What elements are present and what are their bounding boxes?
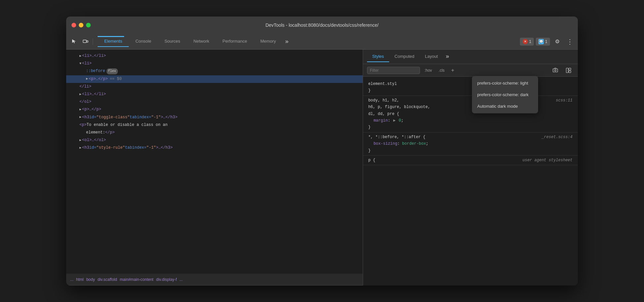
svg-point-3	[555, 69, 556, 71]
dom-line[interactable]: ▶ <p>…</p> == $0	[66, 75, 363, 83]
arrow-icon: ▶	[86, 76, 88, 82]
dom-line[interactable]: </ol>	[66, 98, 363, 106]
error-count: 1	[529, 39, 531, 44]
tab-network[interactable]: Network	[187, 36, 216, 47]
device-icon[interactable]	[80, 36, 91, 47]
dom-line[interactable]: </li>	[66, 83, 363, 91]
panel-tabs: Styles Computed Layout »	[363, 50, 578, 64]
arrow-icon: ▼	[79, 61, 81, 66]
arrow-icon: ▶	[79, 115, 81, 120]
tab-memory[interactable]: Memory	[254, 36, 283, 47]
dom-line[interactable]: ▼ <li>	[66, 60, 363, 67]
breadcrumb-body[interactable]: body	[86, 277, 95, 282]
style-rule: *, *::before, *::after { _reset.scss:4 b…	[363, 132, 578, 156]
dom-line[interactable]: ▶ <h3 id="style-rule" tabindex="-1" >…</…	[66, 144, 363, 152]
arrow-icon: ▶	[79, 145, 81, 151]
style-rule: element.styl }	[363, 79, 578, 96]
dom-line[interactable]: ▶ <p>…</p>	[66, 106, 363, 113]
hov-button[interactable]: :hov	[423, 67, 434, 73]
arrow-icon: ▶	[79, 107, 81, 112]
tab-styles[interactable]: Styles	[367, 51, 389, 62]
styles-toolbar: :hov .cls +	[363, 64, 578, 77]
svg-rect-1	[87, 41, 88, 42]
cursor-icon[interactable]	[69, 36, 79, 47]
maximize-button[interactable]	[86, 23, 91, 27]
dom-line[interactable]: ▶ <ol>…</ol>	[66, 136, 363, 144]
tab-sources[interactable]: Sources	[158, 36, 187, 47]
svg-rect-6	[569, 71, 571, 73]
svg-rect-5	[569, 68, 571, 70]
color-scheme-dropdown: prefers-color-scheme: light prefers-colo…	[472, 76, 538, 113]
tab-layout[interactable]: Layout	[420, 51, 443, 62]
tab-console[interactable]: Console	[129, 36, 158, 47]
screenshot-icon[interactable]	[550, 65, 561, 76]
styles-panel: Styles Computed Layout » :hov .cls +	[363, 50, 578, 285]
more-options-icon[interactable]: ⋮	[565, 36, 575, 47]
arrow-icon: ▶	[79, 54, 81, 59]
tab-bar: Elements Console Sources Network Perform…	[95, 36, 519, 47]
minimize-button[interactable]	[79, 23, 83, 27]
svg-rect-2	[553, 69, 558, 72]
main-content: ▶ <li>…</li> ▼ <li> ::before flex ▶ <p>……	[66, 50, 578, 285]
breadcrumb-scaffold[interactable]: div.scaffold	[98, 277, 117, 282]
dom-line[interactable]: ▶ <h3 id="toggle-class" tabindex="-1" >……	[66, 114, 363, 121]
settings-icon[interactable]: ⚙	[552, 36, 563, 47]
tab-performance[interactable]: Performance	[216, 36, 253, 47]
styles-toolbar-right	[550, 65, 574, 76]
toolbar: Elements Console Sources Network Perform…	[66, 34, 578, 50]
breadcrumb-display[interactable]: div.display-f	[156, 277, 177, 282]
dom-line[interactable]: ::before flex	[66, 67, 363, 75]
styles-content[interactable]: element.styl } body, h1, h2, scss:11 h6,…	[363, 77, 578, 285]
breadcrumb-end[interactable]: ...	[179, 277, 183, 282]
flex-badge: flex	[107, 68, 118, 74]
dom-panel: ▶ <li>…</li> ▼ <li> ::before flex ▶ <p>……	[66, 50, 363, 285]
warn-badge[interactable]: 💬 1	[536, 38, 550, 46]
style-rule: body, h1, h2, scss:11 h6, p, figure, blo…	[363, 96, 578, 132]
tab-elements[interactable]: Elements	[98, 36, 129, 47]
traffic-lights	[71, 23, 91, 27]
dom-tree[interactable]: ▶ <li>…</li> ▼ <li> ::before flex ▶ <p>……	[66, 50, 363, 274]
add-rule-button[interactable]: +	[449, 67, 456, 74]
dropdown-item-dark[interactable]: prefers-color-scheme: dark	[472, 89, 538, 100]
dropdown-item-light[interactable]: prefers-color-scheme: light	[472, 77, 538, 89]
tab-computed[interactable]: Computed	[389, 51, 420, 62]
window-title: DevTools - localhost:8080/docs/devtools/…	[265, 22, 379, 28]
arrow-icon: ▶	[79, 92, 81, 97]
error-badge[interactable]: ✕ 1	[520, 38, 534, 46]
breadcrumb-html[interactable]: html	[76, 277, 84, 282]
svg-rect-0	[83, 40, 86, 43]
devtools-window: DevTools - localhost:8080/docs/devtools/…	[66, 17, 578, 285]
layout-icon[interactable]	[563, 65, 574, 76]
dom-line[interactable]: <p> To enable or disable a class on an	[66, 121, 363, 129]
warn-count: 1	[545, 39, 547, 44]
dropdown-item-auto[interactable]: Automatic dark mode	[472, 100, 538, 112]
more-panel-tabs[interactable]: »	[443, 52, 452, 62]
toolbar-right: ✕ 1 💬 1 ⚙ ⋮	[520, 36, 575, 47]
breadcrumb-main[interactable]: main#main-content	[120, 277, 154, 282]
cls-button[interactable]: .cls	[437, 67, 446, 73]
dom-line[interactable]: ▶ <li>…</li>	[66, 52, 363, 60]
svg-rect-4	[566, 68, 568, 73]
breadcrumb-ellipsis[interactable]: ...	[70, 277, 73, 282]
titlebar: DevTools - localhost:8080/docs/devtools/…	[66, 17, 578, 34]
dom-line[interactable]: ▶ <li>…</li>	[66, 91, 363, 98]
warn-icon: 💬	[538, 39, 544, 44]
dom-line[interactable]: element:</p>	[66, 129, 363, 136]
separator	[93, 38, 93, 45]
style-rule: p { user agent stylesheet	[363, 156, 578, 165]
arrow-icon: ▶	[79, 138, 81, 143]
close-button[interactable]	[71, 23, 76, 27]
breadcrumb: ... html body div.scaffold main#main-con…	[66, 274, 363, 285]
more-tabs-button[interactable]: »	[283, 37, 291, 47]
error-icon: ✕	[523, 39, 528, 44]
filter-input[interactable]	[367, 67, 420, 74]
